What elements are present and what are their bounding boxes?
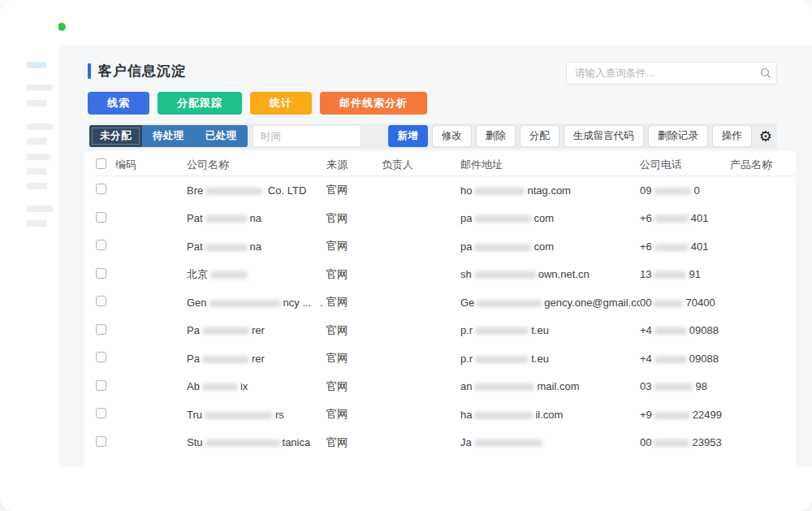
redacted-text xyxy=(205,244,248,251)
row-checkbox[interactable] xyxy=(96,408,106,418)
row-checkbox[interactable] xyxy=(96,380,106,391)
table-body: Bre Co. LTD官网hontag.com090Patna官网pacom+6… xyxy=(96,176,796,457)
row-checkbox[interactable] xyxy=(96,352,106,362)
cell-company-name: Patna xyxy=(187,212,326,224)
table-card: 编码 公司名称 来源 负责人 邮件地址 公司电话 产品名称 Bre Co. LT… xyxy=(84,151,796,467)
row-checkbox-cell xyxy=(96,240,115,253)
operate-button[interactable]: 操作 xyxy=(712,125,752,147)
cell-email: anmail.com xyxy=(460,380,640,392)
cell-company-name: Patna xyxy=(187,240,326,253)
cell-email: hontag.com xyxy=(460,184,640,197)
cell-email: shown.net.cn xyxy=(460,268,640,280)
sidebar-skeleton-bar xyxy=(27,84,53,91)
search-box xyxy=(566,62,777,84)
redacted-text xyxy=(654,327,687,335)
redacted-text xyxy=(205,188,262,195)
cell-phone: +409088 xyxy=(640,353,730,365)
cell-company-name: Abix xyxy=(187,380,326,392)
cell-email: Gegency.one@gmail.com xyxy=(460,297,640,309)
tab-processed[interactable]: 已处理 xyxy=(195,125,248,147)
redacted-text xyxy=(475,327,529,335)
cell-phone: 0398 xyxy=(640,380,730,392)
row-checkbox[interactable] xyxy=(96,184,106,194)
date-filter xyxy=(253,125,361,147)
cell-phone: +6401 xyxy=(640,240,730,253)
cell-source: 官网 xyxy=(326,351,382,366)
cell-phone: 0070400 xyxy=(640,297,730,309)
redacted-text xyxy=(474,244,531,251)
table-row: Patna官网pacom+6401 xyxy=(96,205,796,233)
cell-email: p.rt.eu xyxy=(460,353,640,365)
cell-company-name: 北京 xyxy=(187,267,326,282)
cell-source: 官网 xyxy=(326,267,382,282)
add-button[interactable]: 新增 xyxy=(388,125,428,147)
search-input[interactable] xyxy=(567,67,755,79)
row-checkbox-cell xyxy=(96,184,115,197)
cell-email: p.rt.eu xyxy=(460,324,640,336)
cell-company-name: Trurs xyxy=(187,409,326,421)
assign-button[interactable]: 分配 xyxy=(520,125,559,147)
tab-unassigned[interactable]: 未分配 xyxy=(89,125,142,147)
row-checkbox[interactable] xyxy=(96,240,106,250)
redacted-text xyxy=(474,440,542,447)
delete-button[interactable]: 删除 xyxy=(476,125,516,147)
gear-icon[interactable]: ⚙ xyxy=(756,129,777,144)
redacted-text xyxy=(205,215,248,223)
cell-email: pacom xyxy=(460,240,640,253)
sidebar-skeleton-bar xyxy=(27,220,47,227)
search-icon[interactable] xyxy=(755,67,776,79)
action-buttons: 新增 修改 删除 分配 生成留言代码 删除记录 操作 ⚙ xyxy=(388,125,777,147)
row-checkbox[interactable] xyxy=(96,296,106,306)
zoom-window-button[interactable] xyxy=(58,23,66,31)
sidebar-skeleton-bar xyxy=(27,168,47,175)
cell-phone: 090 xyxy=(640,184,730,197)
tab-pending[interactable]: 待处理 xyxy=(142,125,195,147)
cell-source: 官网 xyxy=(326,239,382,253)
redacted-text xyxy=(654,412,690,419)
column-header-product-name: 产品名称 xyxy=(730,158,796,172)
table-row: Parer官网p.rt.eu+409088 xyxy=(96,317,796,345)
redacted-text xyxy=(654,188,691,195)
redacted-text xyxy=(474,188,525,195)
delete-record-button[interactable]: 删除记录 xyxy=(648,125,708,147)
cell-source: 官网 xyxy=(326,323,382,338)
nav-button-leads[interactable]: 线索 xyxy=(88,92,149,115)
toolbar: 未分配 待处理 已处理 新增 修改 删除 分配 生成留言代码 删除记录 操作 ⚙ xyxy=(88,123,777,149)
date-input[interactable] xyxy=(253,131,399,142)
nav-button-statistics[interactable]: 统计 xyxy=(250,92,312,115)
cell-company-name: Parer xyxy=(187,324,326,336)
redacted-text xyxy=(205,412,273,419)
cell-email: hail.com xyxy=(460,409,640,421)
redacted-text xyxy=(654,383,693,391)
row-checkbox[interactable] xyxy=(96,212,106,223)
redacted-text xyxy=(205,440,280,447)
app-window: 客户信息沉淀 线索 分配跟踪 统计 邮件线索分析 未分配 待处理 已处理 xyxy=(0,0,812,511)
sidebar-skeleton-bar xyxy=(27,138,47,145)
cell-phone: +409088 xyxy=(640,324,730,336)
row-checkbox[interactable] xyxy=(96,436,106,447)
modify-button[interactable]: 修改 xyxy=(432,125,472,147)
sidebar-skeleton-bar xyxy=(27,154,50,160)
redacted-text xyxy=(202,383,238,391)
status-tabs: 未分配 待处理 已处理 xyxy=(89,125,248,147)
nav-button-assign-track[interactable]: 分配跟踪 xyxy=(158,92,242,115)
sidebar-skeleton-bar xyxy=(27,206,53,212)
table-row: Trurs官网hail.com+922499 xyxy=(96,401,796,429)
row-checkbox[interactable] xyxy=(96,268,106,279)
cell-company-name: Bre Co. LTD xyxy=(187,184,326,197)
redacted-text xyxy=(474,271,536,279)
redacted-text xyxy=(474,412,533,419)
title-accent-bar xyxy=(88,63,91,79)
cell-source: 官网 xyxy=(326,435,382,450)
select-all-checkbox[interactable] xyxy=(96,158,106,169)
nav-button-email-lead-analysis[interactable]: 邮件线索分析 xyxy=(320,92,427,115)
generate-message-code-button[interactable]: 生成留言代码 xyxy=(564,125,644,147)
row-checkbox-cell xyxy=(96,268,115,281)
cell-source: 官网 xyxy=(326,379,382,394)
redacted-text xyxy=(654,215,689,223)
row-checkbox[interactable] xyxy=(96,324,106,335)
row-checkbox-cell xyxy=(96,380,115,393)
column-header-company-name: 公司名称 xyxy=(187,158,326,172)
cell-source: 官网 xyxy=(326,183,382,197)
row-checkbox-cell xyxy=(96,212,115,225)
